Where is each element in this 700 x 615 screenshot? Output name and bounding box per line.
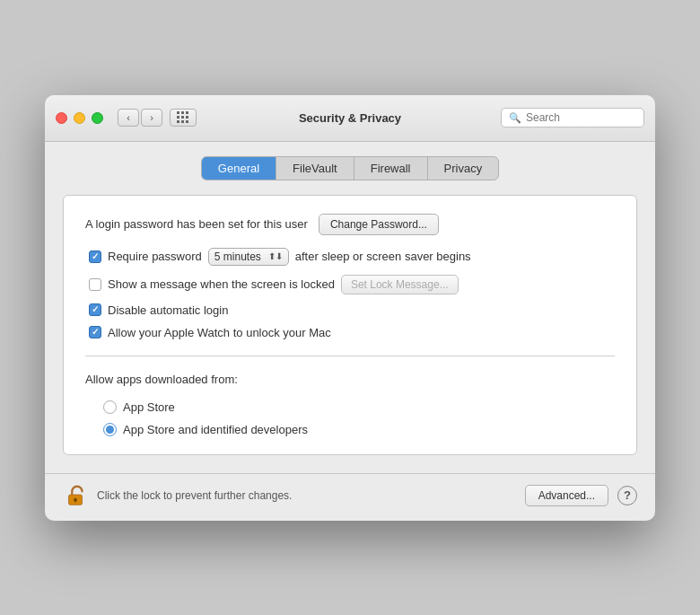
titlebar: ‹ › Security & Privacy 🔍 — [45, 95, 655, 142]
close-button[interactable] — [56, 112, 67, 124]
apple-watch-checkbox[interactable] — [89, 326, 101, 338]
search-icon: 🔍 — [509, 112, 521, 124]
show-message-checkbox[interactable] — [89, 278, 101, 291]
login-password-label: A login password has been set for this u… — [85, 217, 308, 231]
show-message-label: Show a message when the screen is locked — [108, 277, 335, 291]
apple-watch-label: Allow your Apple Watch to unlock your Ma… — [108, 326, 331, 339]
preferences-window: ‹ › Security & Privacy 🔍 General FileVau… — [45, 95, 655, 521]
show-message-row: Show a message when the screen is locked… — [89, 275, 615, 294]
password-timeout-dropdown[interactable]: 5 minutes ⬆⬇ — [208, 248, 289, 266]
back-button[interactable]: ‹ — [118, 109, 139, 127]
help-button[interactable]: ? — [617, 486, 637, 505]
apps-section: Allow apps downloaded from: App Store Ap… — [85, 373, 615, 436]
lock-description: Click the lock to prevent further change… — [97, 489, 516, 502]
tab-group: General FileVault Firewall Privacy — [201, 156, 499, 180]
lock-icon[interactable] — [63, 483, 88, 508]
apps-title: Allow apps downloaded from: — [85, 373, 615, 386]
search-box[interactable]: 🔍 — [501, 108, 644, 127]
app-store-identified-radio-row: App Store and identified developers — [103, 423, 615, 436]
settings-panel: A login password has been set for this u… — [63, 195, 637, 455]
dropdown-arrow-icon: ⬆⬇ — [268, 251, 283, 261]
search-input[interactable] — [526, 111, 636, 124]
dropdown-value: 5 minutes — [214, 250, 261, 263]
app-store-identified-radio[interactable] — [103, 423, 117, 436]
tab-filevault[interactable]: FileVault — [276, 157, 354, 180]
disable-autologin-checkbox[interactable] — [89, 303, 101, 316]
app-store-radio[interactable] — [103, 400, 117, 414]
tab-general[interactable]: General — [202, 157, 276, 180]
advanced-button[interactable]: Advanced... — [525, 485, 608, 506]
require-password-label-before: Require password — [108, 250, 202, 263]
nav-buttons: ‹ › — [118, 109, 162, 127]
change-password-button[interactable]: Change Password... — [319, 214, 439, 235]
tab-bar: General FileVault Firewall Privacy — [63, 156, 637, 180]
grid-icon — [177, 111, 189, 124]
app-store-radio-row: App Store — [103, 400, 615, 414]
maximize-button[interactable] — [92, 112, 103, 124]
svg-rect-2 — [74, 499, 76, 502]
bottom-bar: Click the lock to prevent further change… — [45, 473, 655, 521]
set-lock-message-button[interactable]: Set Lock Message... — [341, 275, 459, 294]
content-area: General FileVault Firewall Privacy A log… — [45, 142, 655, 473]
require-password-row: Require password 5 minutes ⬆⬇ after slee… — [89, 248, 615, 266]
app-store-label: App Store — [123, 400, 175, 414]
section-divider — [85, 356, 615, 356]
apple-watch-row: Allow your Apple Watch to unlock your Ma… — [89, 326, 615, 339]
require-password-label-after: after sleep or screen saver begins — [295, 250, 471, 263]
login-password-section: A login password has been set for this u… — [85, 214, 615, 235]
app-store-identified-label: App Store and identified developers — [123, 423, 308, 436]
disable-autologin-row: Disable automatic login — [89, 303, 615, 317]
options-section: Require password 5 minutes ⬆⬇ after slee… — [89, 248, 615, 339]
grid-button[interactable] — [170, 109, 197, 127]
forward-button[interactable]: › — [141, 109, 162, 127]
traffic-lights — [56, 112, 103, 124]
tab-privacy[interactable]: Privacy — [428, 157, 499, 180]
tab-firewall[interactable]: Firewall — [354, 157, 428, 180]
disable-autologin-label: Disable automatic login — [108, 303, 228, 317]
require-password-checkbox[interactable] — [89, 250, 101, 263]
window-title: Security & Privacy — [299, 111, 401, 125]
minimize-button[interactable] — [74, 112, 85, 124]
